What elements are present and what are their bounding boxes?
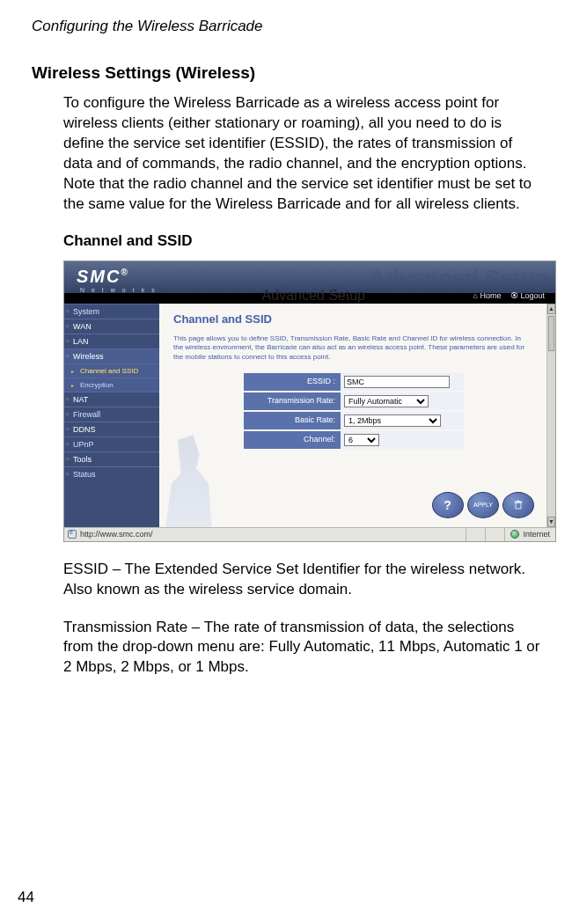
- sidebar-item-encryption[interactable]: Encryption: [64, 378, 159, 392]
- txrate-select[interactable]: Fully Automatic: [344, 395, 429, 407]
- panel-description: This page allows you to define SSID, Tra…: [173, 334, 532, 363]
- channel-select[interactable]: 6: [344, 434, 379, 446]
- home-icon[interactable]: ⌂ Home: [473, 291, 501, 300]
- sidebar-item-status[interactable]: Status: [64, 466, 159, 481]
- essid-input[interactable]: [344, 376, 450, 388]
- page-number: 44: [18, 889, 34, 906]
- cancel-button[interactable]: CANCEL: [502, 492, 534, 518]
- header-links: ⌂ Home ⦿ Logout: [473, 291, 545, 300]
- header-bar: SMC® N e t w o r k s Advanced Setup Adva…: [64, 261, 555, 304]
- sidebar: System WAN LAN Wireless Channel and SSID…: [64, 304, 159, 527]
- sidebar-item-nat[interactable]: NAT: [64, 392, 159, 407]
- status-zone: Internet: [523, 530, 550, 539]
- status-url: http://www.smc.com/: [80, 530, 153, 539]
- running-head: Configuring the Wireless Barricade: [32, 18, 540, 35]
- essid-label: ESSID :: [244, 373, 341, 391]
- sidebar-item-system[interactable]: System: [64, 304, 159, 319]
- txrate-paragraph: Transmission Rate – The rate of transmis…: [63, 618, 540, 678]
- ie-icon: [68, 530, 77, 539]
- breadcrumb: Advanced Setup: [262, 288, 365, 304]
- browser-status-bar: http://www.smc.com/ Internet: [64, 527, 555, 541]
- main-panel: Channel and SSID This page allows you to…: [159, 304, 546, 527]
- internet-zone-icon: [510, 530, 519, 539]
- trash-icon: [513, 500, 524, 510]
- basicrate-label: Basic Rate:: [244, 412, 341, 429]
- sidebar-item-firewall[interactable]: Firewall: [64, 407, 159, 422]
- apply-button[interactable]: APPLY: [467, 492, 499, 518]
- essid-paragraph: ESSID – The Extended Service Set Identif…: [63, 560, 540, 600]
- router-admin-screenshot: SMC® N e t w o r k s Advanced Setup Adva…: [63, 260, 556, 542]
- advanced-setup-watermark: Advanced Setup: [369, 265, 548, 292]
- section-title: Wireless Settings (Wireless): [32, 63, 540, 83]
- sidebar-item-ddns[interactable]: DDNS: [64, 422, 159, 436]
- scroll-down-icon[interactable]: ▼: [547, 517, 555, 527]
- settings-form: ESSID : Transmission Rate: Fully Automat…: [244, 373, 532, 449]
- sidebar-item-tools[interactable]: Tools: [64, 451, 159, 466]
- help-button[interactable]: HELP: [432, 492, 464, 518]
- intro-paragraph: To configure the Wireless Barricade as a…: [63, 93, 540, 215]
- sidebar-item-wan[interactable]: WAN: [64, 319, 159, 334]
- action-buttons: HELP APPLY CANCEL: [432, 492, 534, 518]
- sidebar-item-channel-ssid[interactable]: Channel and SSID: [64, 363, 159, 378]
- sidebar-item-upnp[interactable]: UPnP: [64, 436, 159, 451]
- sidebar-item-wireless[interactable]: Wireless: [64, 348, 159, 363]
- vertical-scrollbar[interactable]: ▲ ▼: [546, 304, 555, 527]
- subsection-title: Channel and SSID: [63, 232, 540, 250]
- txrate-label: Transmission Rate:: [244, 392, 341, 410]
- scroll-thumb[interactable]: [548, 316, 554, 351]
- basicrate-select[interactable]: 1, 2Mbps: [344, 414, 441, 427]
- logout-icon[interactable]: ⦿ Logout: [510, 291, 545, 300]
- scroll-up-icon[interactable]: ▲: [547, 304, 555, 314]
- sidebar-item-lan[interactable]: LAN: [64, 334, 159, 348]
- panel-title: Channel and SSID: [173, 312, 532, 326]
- channel-label: Channel:: [244, 431, 341, 449]
